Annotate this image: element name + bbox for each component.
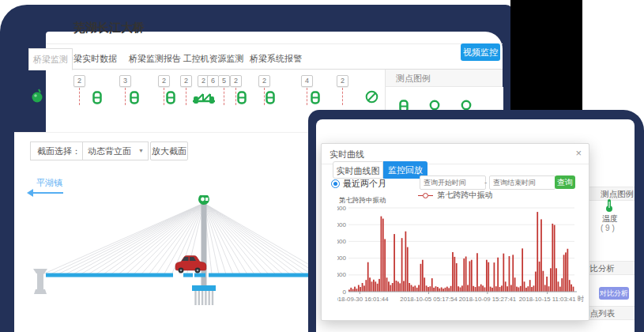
section-select-label: 截面选择： bbox=[30, 141, 88, 160]
link-sensor-icon[interactable] bbox=[237, 91, 247, 108]
range-radio-label: 最近两个月 bbox=[343, 178, 386, 190]
svg-text:2,000: 2,000 bbox=[337, 221, 347, 228]
svg-text:1,500: 1,500 bbox=[337, 238, 347, 245]
video-monitor-button[interactable]: 视频监控 bbox=[461, 43, 500, 61]
tower-top-sensor-icon[interactable] bbox=[198, 195, 209, 205]
sensor-marker-line bbox=[342, 88, 343, 105]
main-tab-1[interactable]: 桥梁监测 bbox=[28, 48, 73, 70]
query-button[interactable]: 查询 bbox=[555, 175, 575, 189]
screenshot-stage: 芜湖长江大桥 桥梁监测桥梁实时数据桥梁监测报告工控机资源监测桥梁系统报警 视频监… bbox=[0, 0, 644, 332]
main-tab-5[interactable]: 桥梁系统报警 bbox=[250, 48, 302, 69]
title-divider bbox=[46, 43, 503, 44]
close-icon[interactable]: × bbox=[575, 147, 582, 159]
svg-text:1,000: 1,000 bbox=[337, 255, 347, 262]
bridge-deck bbox=[46, 274, 310, 277]
sensor-marker-line bbox=[79, 88, 80, 105]
bank-arrow bbox=[32, 192, 63, 194]
bank-label: 平湖镇 bbox=[36, 177, 62, 189]
sensor-marker-line bbox=[186, 88, 186, 105]
sensor-marker-line bbox=[307, 88, 307, 105]
svg-text:2018-10-05 05:17:54: 2018-10-05 05:17:54 bbox=[400, 296, 458, 303]
main-tab-4[interactable]: 工控机资源监测 bbox=[182, 48, 245, 69]
start-time-input[interactable] bbox=[420, 175, 486, 190]
sensor-marker-line bbox=[125, 88, 126, 105]
sensor-count-badge: 5 bbox=[218, 75, 230, 87]
sensor-marker-line bbox=[264, 88, 265, 105]
chart-bars bbox=[348, 212, 574, 292]
link-sensor-icon[interactable] bbox=[266, 91, 275, 108]
main-tab-3[interactable]: 桥梁监测报告 bbox=[129, 48, 181, 69]
modal-tab-1[interactable]: 实时曲线图 bbox=[333, 161, 383, 179]
ban-sensor-icon[interactable] bbox=[365, 90, 378, 107]
sensor-count-badge: 2 bbox=[180, 75, 192, 87]
link-sensor-icon[interactable] bbox=[311, 91, 320, 108]
svg-text:0: 0 bbox=[343, 289, 347, 296]
svg-text:2018-09-30 16:01:44: 2018-09-30 16:01:44 bbox=[337, 296, 389, 303]
vibration-chart: 第七跨跨中振动05001,0001,5002,0002,5002018-09-3… bbox=[337, 195, 584, 314]
date-separator: - bbox=[484, 178, 487, 187]
sensor-marker-line bbox=[224, 88, 224, 105]
bridge-diagram bbox=[14, 195, 310, 332]
chevron-down-icon: ▼ bbox=[138, 142, 144, 160]
section-select-dropdown[interactable]: 动态背立面 ▼ bbox=[82, 141, 149, 160]
gauge-ball-sensor-icon[interactable] bbox=[31, 89, 43, 107]
black-background-band bbox=[510, 0, 582, 113]
link-sensor-icon[interactable] bbox=[92, 91, 102, 108]
link-sensor-icon[interactable] bbox=[166, 91, 175, 108]
enlarge-section-button[interactable]: 放大截面 bbox=[150, 141, 188, 160]
truss-sensor-icon[interactable] bbox=[192, 89, 216, 108]
tower-pier-cap bbox=[192, 285, 216, 291]
tower-piles bbox=[196, 291, 213, 305]
sensor-count-badge: 6 bbox=[207, 75, 219, 87]
end-time-input[interactable] bbox=[489, 175, 555, 190]
sensor-count-badge: 2 bbox=[258, 75, 270, 87]
temperature-label: 温度 bbox=[602, 213, 618, 224]
chart-x-title: 时间 bbox=[578, 295, 584, 303]
page-title: 芜湖长江大桥 bbox=[73, 21, 145, 36]
sensor-count-badge: 2 bbox=[158, 75, 170, 87]
legend-panel-header: 测点图例 bbox=[385, 70, 503, 87]
chart-y-title: 第七跨跨中振动 bbox=[339, 196, 386, 204]
modal-title: 实时曲线 bbox=[330, 149, 364, 160]
compare-analysis-button[interactable]: 对比分析 bbox=[599, 287, 629, 300]
sensor-marker-line bbox=[235, 88, 236, 105]
sensor-count-badge: 2 bbox=[337, 75, 348, 87]
sensor-count-badge: 3 bbox=[119, 75, 131, 87]
svg-text:2018-10-15 11:03:41: 2018-10-15 11:03:41 bbox=[519, 296, 576, 303]
sensor-marker-line bbox=[164, 88, 164, 105]
svg-text:500: 500 bbox=[337, 271, 347, 278]
sensor-count-badge: 4 bbox=[301, 75, 313, 87]
svg-text:2018-10-09 15:27:41: 2018-10-09 15:27:41 bbox=[459, 296, 516, 303]
svg-text:2,500: 2,500 bbox=[337, 205, 347, 212]
range-radio[interactable] bbox=[331, 179, 340, 188]
sensor-count-badge: 2 bbox=[73, 75, 85, 87]
left-pier bbox=[33, 269, 47, 294]
realtime-curve-modal: 实时曲线 × 实时曲线图监控回放 最近两个月 - 查询 第七跨跨中振动 第七跨跨… bbox=[321, 143, 589, 321]
sensor-count-badge: 2 bbox=[230, 75, 242, 87]
thermometer-icon[interactable] bbox=[604, 198, 614, 213]
section-select-value: 动态背立面 bbox=[88, 146, 131, 156]
temperature-count: ( 9 ) bbox=[601, 224, 615, 232]
link-sensor-icon[interactable] bbox=[130, 91, 139, 108]
